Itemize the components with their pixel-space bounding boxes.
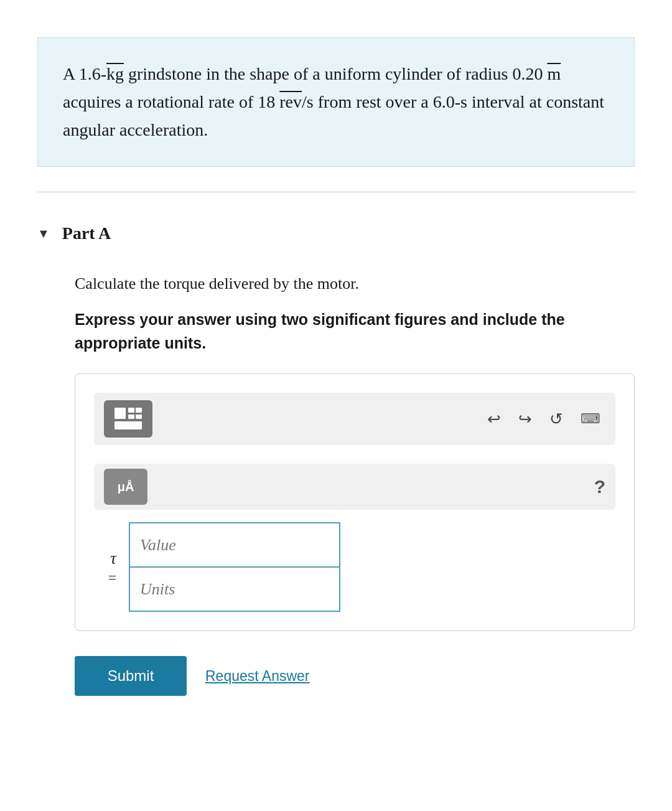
equals-symbol: = xyxy=(94,569,116,587)
question-content: Calculate the torque delivered by the mo… xyxy=(75,274,635,696)
toolbar-row2: μÅ ? xyxy=(94,464,615,510)
input-row: τ = xyxy=(94,522,615,612)
svg-rect-1 xyxy=(128,408,134,413)
part-a-header[interactable]: ▼ Part A xyxy=(37,217,635,256)
svg-rect-5 xyxy=(114,421,142,429)
svg-rect-0 xyxy=(114,408,126,419)
svg-rect-2 xyxy=(136,408,142,413)
toolbar-row1: ↩ ↪ ↺ ⌨ xyxy=(94,393,615,445)
units-input[interactable] xyxy=(129,567,340,612)
section-divider xyxy=(37,192,635,192)
problem-statement: A 1.6-kg grindstone in the shape of a un… xyxy=(37,37,635,167)
help-button[interactable]: ? xyxy=(594,476,605,497)
keyboard-icon: ⌨ xyxy=(581,411,600,427)
value-input[interactable] xyxy=(129,522,340,567)
rev-overline: rev xyxy=(279,92,302,111)
mu-angstrom-button[interactable]: μÅ xyxy=(104,469,147,505)
question-instructions: Express your answer using two significan… xyxy=(75,308,635,355)
chevron-down-icon: ▼ xyxy=(37,227,50,241)
redo-button[interactable]: ↪ xyxy=(513,407,537,431)
question-text: Calculate the torque delivered by the mo… xyxy=(75,274,635,293)
part-a-section: ▼ Part A Calculate the torque delivered … xyxy=(37,217,635,696)
request-answer-button[interactable]: Request Answer xyxy=(205,668,309,685)
page-container: A 1.6-kg grindstone in the shape of a un… xyxy=(0,37,672,811)
tau-symbol: τ xyxy=(94,548,116,569)
svg-rect-3 xyxy=(128,415,134,419)
undo-button[interactable]: ↩ xyxy=(482,407,506,431)
bottom-actions: Submit Request Answer xyxy=(75,656,635,696)
answer-box: ↩ ↪ ↺ ⌨ μÅ ? τ = xyxy=(75,373,635,631)
inputs-column xyxy=(129,522,340,612)
tau-label: τ = xyxy=(94,548,116,586)
grid-icon-button[interactable] xyxy=(104,400,152,438)
reload-button[interactable]: ↺ xyxy=(544,407,568,431)
submit-button[interactable]: Submit xyxy=(75,656,187,696)
kg-overline: kg xyxy=(106,64,124,83)
grid-icon xyxy=(113,406,143,431)
m-overline: m xyxy=(547,64,561,83)
problem-text: A 1.6-kg grindstone in the shape of a un… xyxy=(63,64,604,139)
keyboard-button[interactable]: ⌨ xyxy=(576,408,605,429)
svg-rect-4 xyxy=(136,415,142,419)
part-a-title: Part A xyxy=(62,223,111,243)
